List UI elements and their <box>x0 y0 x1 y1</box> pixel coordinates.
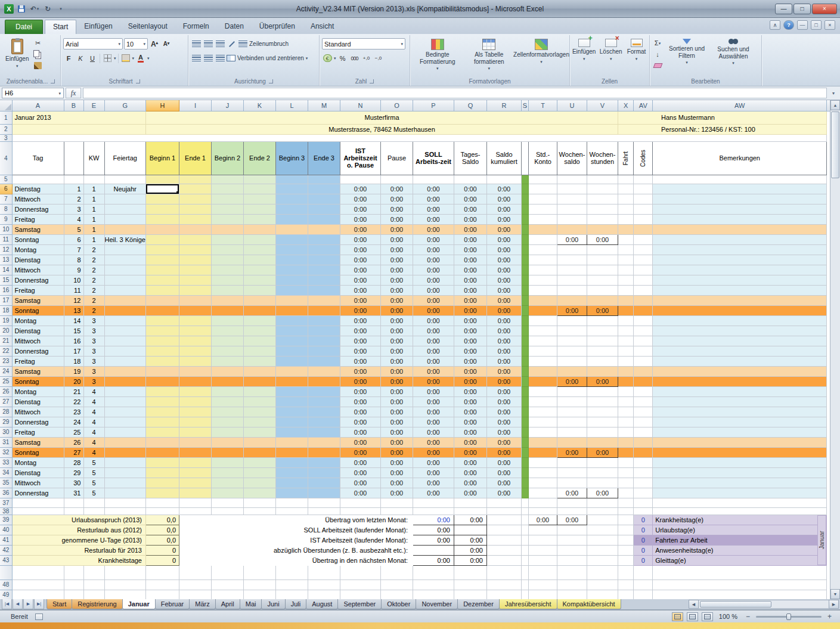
cell[interactable] <box>179 214 212 224</box>
cell[interactable] <box>308 255 340 265</box>
cell[interactable] <box>146 488 179 498</box>
cell[interactable] <box>557 346 587 356</box>
cell[interactable] <box>557 295 587 305</box>
cell[interactable] <box>529 555 557 565</box>
cell-day-name[interactable]: Freitag <box>12 285 64 295</box>
cell[interactable] <box>587 204 618 214</box>
cell-kw[interactable]: 4 <box>83 417 104 427</box>
cell[interactable] <box>653 507 827 515</box>
view-normal-button[interactable] <box>672 612 683 621</box>
cell[interactable] <box>308 488 340 498</box>
cell-day-name[interactable]: Donnerstag <box>12 488 64 498</box>
cell[interactable] <box>244 478 276 488</box>
cell-time-value[interactable]: 0:00 <box>487 224 522 234</box>
cell[interactable] <box>12 580 64 590</box>
cell[interactable] <box>587 457 618 467</box>
cell[interactable] <box>634 498 653 507</box>
cell[interactable] <box>557 457 587 467</box>
cell-holiday[interactable] <box>104 194 146 204</box>
cell[interactable] <box>146 507 179 515</box>
cell[interactable] <box>529 590 557 599</box>
cell[interactable] <box>522 535 529 545</box>
cell[interactable] <box>587 336 618 346</box>
cell-time-value[interactable]: 0:00 <box>413 346 454 356</box>
cell[interactable] <box>618 565 634 580</box>
row-header-18[interactable]: 18 <box>0 305 12 315</box>
vertical-scroll-track[interactable] <box>830 110 840 589</box>
cell-time-value[interactable]: 0:00 <box>340 447 381 457</box>
cell-kw[interactable]: 3 <box>83 326 104 336</box>
table-header-H[interactable]: Beginn 1 <box>146 141 179 175</box>
accounting-format-button[interactable]: € <box>322 53 333 64</box>
borders-button[interactable] <box>102 53 113 64</box>
cell[interactable] <box>618 204 634 214</box>
week-box-value-2[interactable]: 0:00 <box>557 515 587 525</box>
cell[interactable] <box>179 175 212 184</box>
cell-time-value[interactable]: 0:00 <box>413 204 454 214</box>
summary-mid-label[interactable]: IST Arbeitszeit (laufender Monat): <box>179 535 413 545</box>
cell[interactable] <box>529 295 557 305</box>
cell[interactable] <box>487 175 522 184</box>
cell[interactable] <box>308 336 340 346</box>
cell-time-value[interactable]: 0:00 <box>487 376 522 386</box>
cell-time-value[interactable]: 0:00 <box>381 356 413 366</box>
row-header-1[interactable]: 1 <box>0 111 12 124</box>
cell[interactable] <box>308 478 340 488</box>
cell[interactable] <box>340 507 381 515</box>
cell[interactable] <box>244 336 276 346</box>
cell-time-value[interactable]: 0:00 <box>454 407 487 417</box>
cell[interactable] <box>276 457 308 467</box>
cell[interactable] <box>557 326 587 336</box>
cell[interactable] <box>276 315 308 326</box>
cell[interactable] <box>308 175 340 184</box>
cell-time-value[interactable]: 0:00 <box>340 467 381 478</box>
cell-time-value[interactable]: 0:00 <box>454 234 487 244</box>
file-tab[interactable]: Datei <box>5 20 43 34</box>
cell[interactable] <box>557 204 587 214</box>
cell[interactable] <box>618 305 634 315</box>
italic-button[interactable]: K <box>75 53 86 64</box>
column-header-H[interactable]: H <box>146 100 179 111</box>
cell[interactable] <box>179 396 212 407</box>
row-header-2[interactable]: 2 <box>0 124 12 134</box>
cell[interactable] <box>634 204 653 214</box>
cell[interactable] <box>12 565 64 580</box>
cell-time-value[interactable]: 0:00 <box>487 336 522 346</box>
table-header-J[interactable]: Beginn 2 <box>212 141 244 175</box>
column-header-O[interactable]: O <box>381 100 413 111</box>
cell[interactable] <box>146 305 179 315</box>
cell[interactable] <box>308 417 340 427</box>
cell-time-value[interactable]: 0:00 <box>487 265 522 275</box>
cell[interactable] <box>634 224 653 234</box>
cell[interactable] <box>529 417 557 427</box>
cell[interactable] <box>413 590 454 599</box>
cell[interactable] <box>487 565 522 580</box>
cell[interactable] <box>634 396 653 407</box>
row-header-39[interactable]: 39 <box>0 515 12 525</box>
cell-time-value[interactable]: 0:00 <box>413 336 454 346</box>
cell-time-value[interactable]: 0:00 <box>454 224 487 234</box>
shrink-font-button[interactable]: A▾ <box>161 39 172 49</box>
cell-week-marker[interactable] <box>522 437 529 447</box>
table-header-E[interactable]: KW <box>83 141 104 175</box>
cell[interactable] <box>308 376 340 386</box>
cell[interactable] <box>212 396 244 407</box>
cell[interactable] <box>212 275 244 285</box>
sheet-tab-April[interactable]: April <box>215 599 240 609</box>
cell-day-name[interactable]: Sonntag <box>12 376 64 386</box>
cell-week-total[interactable]: 0:00 <box>557 447 587 457</box>
cell-bemerkung[interactable] <box>653 407 827 417</box>
cell-time-value[interactable]: 0:00 <box>340 265 381 275</box>
cell-week-marker[interactable] <box>522 285 529 295</box>
cell[interactable] <box>557 417 587 427</box>
cell[interactable] <box>244 255 276 265</box>
cell[interactable] <box>557 214 587 224</box>
cell-day-number[interactable]: 30 <box>64 478 83 488</box>
row-header-23[interactable]: 23 <box>0 356 12 366</box>
insert-function-button[interactable]: fx <box>66 88 81 98</box>
cell-time-value[interactable]: 0:00 <box>340 224 381 234</box>
cell-holiday[interactable] <box>104 214 146 224</box>
cell[interactable] <box>308 437 340 447</box>
cell[interactable] <box>179 478 212 488</box>
cell[interactable] <box>557 545 587 555</box>
